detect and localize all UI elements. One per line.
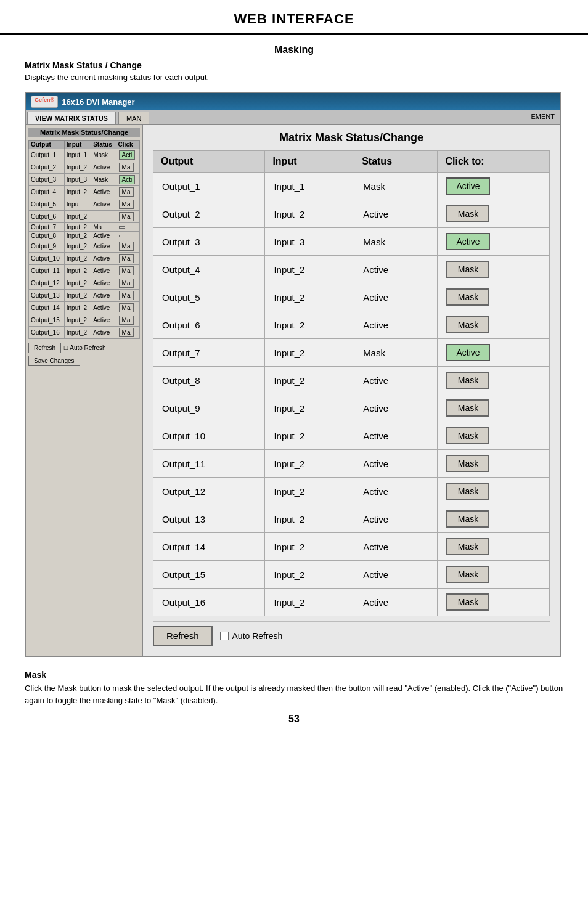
main-table-row: Output_7Input_2MaskActive xyxy=(153,339,550,367)
section-title: Masking xyxy=(0,44,588,55)
status-cell: Active xyxy=(354,394,438,422)
left-click-cell[interactable]: Ma xyxy=(116,302,139,314)
left-output-cell: Output_13 xyxy=(29,290,65,302)
click-to-cell[interactable]: Mask xyxy=(438,422,550,450)
click-to-cell[interactable]: Mask xyxy=(438,561,550,589)
click-to-btn[interactable]: Active xyxy=(446,177,489,195)
click-to-btn[interactable]: Mask xyxy=(446,399,489,417)
click-to-cell[interactable]: Mask xyxy=(438,505,550,533)
click-to-btn[interactable]: Mask xyxy=(446,261,489,278)
click-to-btn[interactable]: Mask xyxy=(446,288,489,306)
click-to-cell[interactable]: Mask xyxy=(438,394,550,422)
status-cell: Active xyxy=(354,256,438,283)
main-table-row: Output_16Input_2ActiveMask xyxy=(153,589,550,616)
click-to-cell[interactable]: Mask xyxy=(438,450,550,478)
left-click-cell[interactable]: Ma xyxy=(116,198,139,211)
left-click-cell[interactable]: Acti xyxy=(116,174,139,186)
click-to-cell[interactable]: Active xyxy=(438,339,550,367)
left-input-cell: Input_1 xyxy=(64,149,91,161)
main-table-row: Output_11Input_2ActiveMask xyxy=(153,450,550,478)
left-input-cell: Input_2 xyxy=(64,186,91,198)
left-click-cell[interactable] xyxy=(116,223,139,232)
click-to-cell[interactable]: Mask xyxy=(438,478,550,505)
main-table-row: Output_13Input_2ActiveMask xyxy=(153,505,550,533)
click-to-btn[interactable]: Mask xyxy=(446,427,489,444)
left-table: Output Input Status Click Output_1Input_… xyxy=(28,140,140,339)
save-changes-btn[interactable]: Save Changes xyxy=(28,356,80,366)
left-click-cell[interactable]: Ma xyxy=(116,161,139,174)
input-cell: Input_2 xyxy=(265,256,354,283)
left-click-cell[interactable]: Ma xyxy=(116,211,139,223)
big-refresh-btn[interactable]: Refresh xyxy=(153,626,213,646)
left-click-cell[interactable]: Ma xyxy=(116,186,139,198)
click-to-cell[interactable]: Mask xyxy=(438,256,550,283)
status-cell: Active xyxy=(354,505,438,533)
main-table-row: Output_2Input_2ActiveMask xyxy=(153,200,550,228)
left-status-cell: Active xyxy=(91,277,116,290)
click-to-btn[interactable]: Mask xyxy=(446,372,489,389)
click-to-btn[interactable]: Mask xyxy=(446,510,489,528)
left-table-row: Output_1Input_1MaskActi xyxy=(29,149,140,161)
left-refresh-btn[interactable]: Refresh xyxy=(28,343,61,353)
click-to-cell[interactable]: Mask xyxy=(438,283,550,311)
click-to-cell[interactable]: Active xyxy=(438,173,550,200)
input-cell: Input_2 xyxy=(265,367,354,394)
nav-tab-man[interactable]: MAN xyxy=(118,112,149,124)
click-to-btn[interactable]: Mask xyxy=(446,455,489,472)
left-click-cell[interactable]: Ma xyxy=(116,290,139,302)
left-click-cell[interactable]: Ma xyxy=(116,314,139,327)
click-to-btn[interactable]: Active xyxy=(446,233,489,250)
output-cell: Output_4 xyxy=(153,256,265,283)
left-input-cell: Input_2 xyxy=(64,327,91,339)
input-cell: Input_2 xyxy=(265,561,354,589)
left-panel: Matrix Mask Status/Change Output Input S… xyxy=(26,125,143,656)
nav-tab-view-matrix[interactable]: VIEW MATRIX STATUS xyxy=(27,112,116,124)
main-table-row: Output_15Input_2ActiveMask xyxy=(153,561,550,589)
click-to-cell[interactable]: Mask xyxy=(438,200,550,228)
left-click-cell[interactable]: Ma xyxy=(116,327,139,339)
click-to-btn[interactable]: Mask xyxy=(446,316,489,333)
main-table-row: Output_8Input_2ActiveMask xyxy=(153,367,550,394)
status-cell: Active xyxy=(354,367,438,394)
click-to-btn[interactable]: Active xyxy=(446,344,489,361)
click-to-btn[interactable]: Mask xyxy=(446,566,489,583)
click-to-btn[interactable]: Mask xyxy=(446,205,489,222)
left-output-cell: Output_15 xyxy=(29,314,65,327)
click-to-cell[interactable]: Mask xyxy=(438,367,550,394)
left-click-cell[interactable]: Acti xyxy=(116,149,139,161)
status-cell: Mask xyxy=(354,173,438,200)
left-input-cell: Input_2 xyxy=(64,253,91,265)
left-input-cell: Input_3 xyxy=(64,174,91,186)
main-table-row: Output_1Input_1MaskActive xyxy=(153,173,550,200)
mask-desc: Click the Mask button to mask the select… xyxy=(25,682,563,706)
left-table-row: Output_11Input_2ActiveMa xyxy=(29,265,140,277)
left-click-cell[interactable]: Ma xyxy=(116,265,139,277)
left-input-cell: Input_2 xyxy=(64,290,91,302)
status-cell: Active xyxy=(354,422,438,450)
left-status-cell: Active xyxy=(91,240,116,253)
click-to-cell[interactable]: Active xyxy=(438,228,550,256)
left-table-row: Output_5InpuActiveMa xyxy=(29,198,140,211)
main-table-row: Output_6Input_2ActiveMask xyxy=(153,311,550,339)
left-status-cell: Active xyxy=(91,186,116,198)
click-to-btn[interactable]: Mask xyxy=(446,483,489,500)
click-to-btn[interactable]: Mask xyxy=(446,593,489,611)
left-status-cell: Ma xyxy=(91,223,116,232)
click-to-btn[interactable]: Mask xyxy=(446,538,489,555)
output-cell: Output_1 xyxy=(153,173,265,200)
left-table-row: Output_10Input_2ActiveMa xyxy=(29,253,140,265)
left-output-cell: Output_11 xyxy=(29,265,65,277)
output-cell: Output_13 xyxy=(153,505,265,533)
auto-refresh-checkbox[interactable] xyxy=(220,632,229,640)
click-to-cell[interactable]: Mask xyxy=(438,311,550,339)
click-to-cell[interactable]: Mask xyxy=(438,589,550,616)
left-status-cell: Active xyxy=(91,232,116,240)
left-click-cell[interactable]: Ma xyxy=(116,277,139,290)
left-click-cell[interactable]: Ma xyxy=(116,240,139,253)
left-input-cell: Input_2 xyxy=(64,277,91,290)
output-cell: Output_5 xyxy=(153,283,265,311)
left-click-cell[interactable]: Ma xyxy=(116,253,139,265)
nav-right: EMENT xyxy=(526,110,560,124)
left-click-cell[interactable] xyxy=(116,232,139,240)
click-to-cell[interactable]: Mask xyxy=(438,533,550,561)
